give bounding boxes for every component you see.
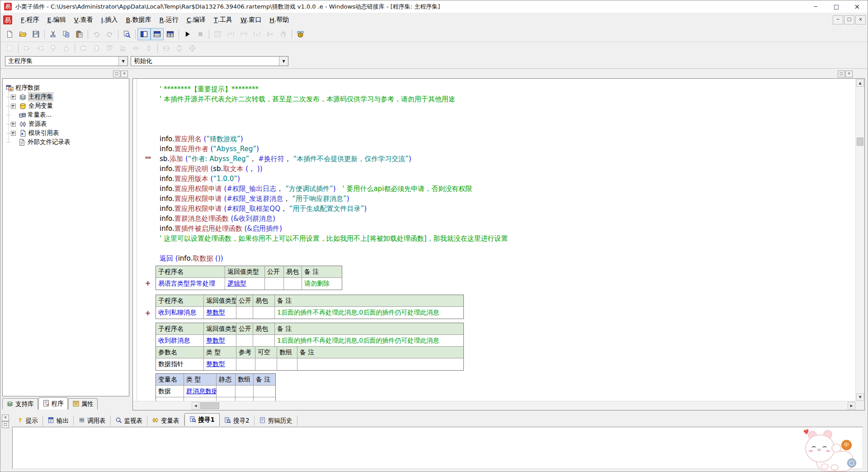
attach-left-button[interactable] xyxy=(20,42,33,54)
scroll-down-icon[interactable]: ▼ xyxy=(856,393,864,401)
mdi-restore-button[interactable]: □ xyxy=(844,15,854,24)
expand-icon[interactable] xyxy=(11,122,16,127)
table-cell[interactable]: 整数型 xyxy=(204,307,236,319)
tab-程序[interactable]: 程序 xyxy=(38,397,68,410)
output-panel-float-button[interactable]: □ xyxy=(2,421,9,428)
close-button[interactable]: × xyxy=(847,0,868,13)
output-tab-搜寻2[interactable]: 搜寻2 xyxy=(220,415,255,426)
table-cell[interactable] xyxy=(217,386,236,397)
find-button[interactable] xyxy=(120,28,133,40)
expand-row-icon[interactable]: + xyxy=(144,278,151,288)
tab-属性[interactable]: 属性 xyxy=(68,398,98,410)
output-tab-剪辑历史[interactable]: 剪辑历史 xyxy=(255,415,297,426)
table-cell[interactable]: 数据指针 xyxy=(156,358,204,370)
paste-button[interactable] xyxy=(73,28,86,40)
copy-button[interactable] xyxy=(60,28,73,40)
panel-close-button[interactable]: × xyxy=(845,71,853,77)
menu-I.插入[interactable]: I.插入 xyxy=(97,13,122,27)
table-cell[interactable]: 群消息数据 xyxy=(184,386,217,397)
fit-height-button[interactable] xyxy=(173,42,186,54)
run-to-cursor-button[interactable] xyxy=(264,28,277,40)
table-cell[interactable]: 整数型 xyxy=(204,335,236,346)
undo-button[interactable] xyxy=(103,28,116,40)
code-line[interactable]: info.置应用作者 (“Abyss_Reg”) xyxy=(160,144,259,154)
code-line[interactable]: ' ********【重要提示】******** xyxy=(160,84,259,94)
output-tab-输出[interactable]: 输出 xyxy=(43,415,74,426)
table-cell[interactable]: 1后面的插件不再处理此消息,0后面的插件仍可处理此消息 xyxy=(275,307,463,319)
scroll-left-icon[interactable]: ◀ xyxy=(192,402,199,410)
step-into-button[interactable] xyxy=(224,28,237,40)
stop-button[interactable] xyxy=(194,28,207,40)
table-cell[interactable] xyxy=(255,358,277,370)
step-out-button[interactable] xyxy=(250,28,264,40)
output-tab-调用表[interactable]: 调用表 xyxy=(74,415,111,426)
attach-right-button[interactable] xyxy=(33,42,47,54)
table-cell[interactable] xyxy=(236,335,253,346)
tree-item-常量表[interactable]: 常量表... xyxy=(3,110,129,119)
table-cell[interactable]: 请勿删除 xyxy=(302,278,342,290)
tree-item-外部文件记录表[interactable]: 外部文件记录表 xyxy=(3,138,129,147)
code-line[interactable]: ' 本插件开源并不代表允许二次转载，甚至是二次发布，本源码仅供学习与参考，请勿用… xyxy=(160,94,455,104)
fit-both-button[interactable] xyxy=(186,42,199,54)
plugin-bee-button[interactable] xyxy=(294,28,307,40)
panel-float-button[interactable]: □ xyxy=(113,71,120,77)
chevron-down-icon[interactable]: ▼ xyxy=(279,57,288,66)
menu-F.程序[interactable]: F.程序 xyxy=(17,13,43,27)
table-cell[interactable] xyxy=(254,386,275,397)
minimize-button[interactable]: ─ xyxy=(805,0,826,13)
output-panel-close-button[interactable]: × xyxy=(2,415,9,421)
scroll-right-icon[interactable]: ▶ xyxy=(848,402,855,410)
table-cell[interactable] xyxy=(236,358,255,370)
table-cell[interactable] xyxy=(236,307,253,319)
pause-hand-button[interactable] xyxy=(277,28,290,40)
output-tab-搜寻1[interactable]: 搜寻1 xyxy=(184,413,220,426)
code-content[interactable]: ' ********【重要提示】********' 本插件开源并不代表允许二次转… xyxy=(141,79,856,401)
tree-root-program-data[interactable]: e程序数据 xyxy=(3,83,129,92)
table-cell[interactable] xyxy=(277,358,297,370)
table-cell[interactable]: 收到私聊消息 xyxy=(156,307,204,319)
assembly-select[interactable]: 主程序集 ▼ xyxy=(5,56,128,66)
table-cell[interactable]: 逻辑型 xyxy=(225,278,265,290)
tree-item-资源表[interactable]: 资源表 xyxy=(3,119,129,129)
output-tab-变量表[interactable]: 变量表 xyxy=(147,415,184,426)
maximize-button[interactable]: □ xyxy=(826,0,847,13)
tree-item-模块引用表[interactable]: 模块引用表 xyxy=(3,129,129,138)
code-line[interactable]: info.置应用权限申请 (#权限_输出日志， “方便调试插件”) ' 要用什么… xyxy=(160,184,472,194)
code-line[interactable]: sb.添加 (“作者: Abyss_Reg”， #换行符， “本插件不会提供更新… xyxy=(160,154,411,164)
tree-item-主程序集[interactable]: 主程序集 xyxy=(3,92,129,101)
table-cell[interactable] xyxy=(297,358,463,370)
code-line[interactable]: info.置应用说明 (sb.取文本 (， )) xyxy=(160,164,263,174)
redo-button[interactable] xyxy=(90,28,103,40)
code-line[interactable]: info.置应用权限申请 (#权限_发送群消息， “用于响应群消息”) xyxy=(160,194,349,204)
debug-panel-button[interactable] xyxy=(211,28,224,40)
menu-C.编译[interactable]: C.编译 xyxy=(183,13,210,27)
split-left-button[interactable] xyxy=(137,28,151,40)
table-cell[interactable]: 易语言类型异常处理 xyxy=(156,278,225,290)
code-line[interactable]: info.置群消息处理函数 (&收到群消息) xyxy=(160,214,275,224)
horizontal-scroll-thumb[interactable] xyxy=(200,402,219,409)
method-select[interactable]: 初始化 ▼ xyxy=(131,56,288,66)
output-tab-提示[interactable]: ?提示 xyxy=(12,415,43,426)
scroll-up-icon[interactable]: ▲ xyxy=(856,79,864,87)
tab-支持库[interactable]: 支持库 xyxy=(2,398,38,410)
tree-item-全局变量[interactable]: 全局变量 xyxy=(3,101,129,110)
menu-V.查看[interactable]: V.查看 xyxy=(70,13,97,27)
menu-R.运行[interactable]: R.运行 xyxy=(156,13,183,27)
ime-language-badge[interactable]: 中 xyxy=(841,440,852,450)
code-line[interactable]: ' 这里可以设置处理函数，如果你用不上可以不用设置，比如我用不上[将被卸载处理函… xyxy=(160,234,508,243)
search-results-area[interactable] xyxy=(12,427,863,469)
form-grid-button[interactable] xyxy=(3,42,16,54)
mdi-minimize-button[interactable]: ─ xyxy=(833,15,843,24)
code-line[interactable]: 返回 (info.取数据 ()) xyxy=(160,253,223,263)
split-grid-button[interactable] xyxy=(164,28,177,40)
table-cell[interactable] xyxy=(236,386,254,397)
save-button[interactable] xyxy=(29,28,42,40)
table-cell[interactable] xyxy=(284,278,302,290)
table-cell[interactable]: 收到群消息 xyxy=(156,335,204,346)
menu-W.窗口[interactable]: W.窗口 xyxy=(236,13,265,27)
code-line[interactable]: info.置应用名 (“猜数游戏”) xyxy=(160,134,243,144)
open-file-button[interactable] xyxy=(16,28,29,40)
table-cell[interactable]: 整数型 xyxy=(204,358,236,370)
step-over-button[interactable] xyxy=(237,28,250,40)
attach-top-button[interactable] xyxy=(47,42,60,54)
